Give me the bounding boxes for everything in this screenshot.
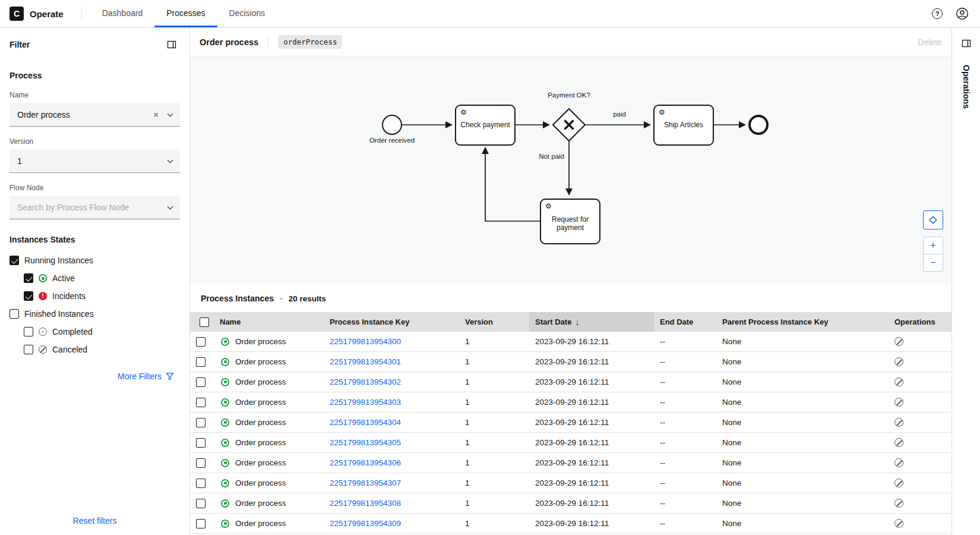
instances-table-header: Name Process Instance Key Version Start … [190,312,951,332]
reset-diagram-view-button[interactable] [923,210,943,229]
bpmn-diagram-canvas[interactable]: Order received ⚙ Check payment Payment O… [190,56,951,285]
process-version-dropdown[interactable]: 1 [10,149,180,173]
more-filters-button[interactable]: More Filters [118,372,174,381]
instance-version: 1 [459,479,529,487]
table-row: Order process 2251799813954301 1 2023-09… [190,352,951,372]
instance-key-link[interactable]: 2251799813954300 [330,337,401,346]
checkbox[interactable] [24,327,33,336]
tab-decisions[interactable]: Decisions [217,0,277,27]
header-separator [268,36,268,49]
process-version-value: 1 [17,156,22,166]
cancel-operation-icon[interactable] [894,357,903,366]
row-checkbox[interactable] [196,377,206,387]
cancel-operation-icon[interactable] [894,377,903,386]
delete-button[interactable]: Delete [918,37,942,47]
instance-parent-key: None [716,479,884,487]
instance-key-link[interactable]: 2251799813954301 [330,357,401,366]
checkbox[interactable] [24,345,33,354]
task-request-for-payment[interactable]: ⚙ Request for payment [540,199,600,244]
checkbox[interactable] [10,309,19,319]
tab-dashboard[interactable]: Dashboard [90,0,155,27]
instance-parent-key: None [716,519,884,528]
reset-view-icon [928,215,938,225]
instance-key-link[interactable]: 2251799813954306 [330,458,401,467]
instance-key-link[interactable]: 2251799813954302 [330,377,401,386]
user-menu-button[interactable] [954,5,970,22]
instance-version: 1 [459,458,529,467]
row-checkbox[interactable] [196,357,206,367]
column-header-end-date[interactable]: End Date [654,312,716,332]
column-header-start-date[interactable]: Start Date ↓ [529,312,654,332]
checkbox[interactable] [24,291,33,301]
zoom-out-button[interactable]: − [923,254,943,272]
table-row: Order process 2251799813954309 1 2023-09… [190,514,951,534]
clear-selection-icon[interactable]: × [153,110,159,119]
filter-state-row[interactable]: Finished Instances [10,305,180,323]
reset-filters-button[interactable]: Reset filters [73,516,117,525]
operations-panel: Operations [951,28,980,535]
cancel-operation-icon[interactable] [894,519,903,528]
instance-key-link[interactable]: 2251799813954305 [330,438,401,447]
cancel-operation-icon[interactable] [894,438,903,447]
end-event[interactable] [750,116,767,134]
flow-node-dropdown[interactable]: Search by Process Flow Node [10,196,180,219]
instance-parent-key: None [716,438,884,447]
app-brand[interactable]: C Operate [0,7,73,21]
row-checkbox[interactable] [196,519,206,528]
gateway-payment-ok[interactable]: Payment OK? [548,92,590,141]
filter-state-row[interactable]: Active [10,269,180,287]
process-name-dropdown[interactable]: Order process × [10,103,180,127]
checkbox[interactable] [24,273,33,283]
active-state-icon [221,398,229,407]
row-checkbox[interactable] [196,458,206,468]
instance-key-link[interactable]: 2251799813954308 [330,499,401,508]
row-checkbox[interactable] [196,499,206,508]
cancel-operation-icon[interactable] [894,337,903,346]
cancel-operation-icon[interactable] [894,418,903,427]
instance-end-date: -- [654,357,716,366]
chevron-down-icon [167,111,173,117]
zoom-in-button[interactable]: + [923,237,943,254]
instance-key-link[interactable]: 2251799813954307 [330,479,401,487]
column-header-version[interactable]: Version [459,312,529,332]
state-label: Finished Instances [24,309,94,319]
cancel-operation-icon[interactable] [894,458,903,467]
expand-operations-panel-button[interactable] [958,35,975,52]
header-divider [81,7,82,21]
checkbox[interactable] [10,256,19,265]
task-check-payment[interactable]: ⚙ Check payment [456,105,515,145]
instance-parent-key: None [716,357,884,366]
select-all-checkbox[interactable] [200,317,209,327]
task-ship-articles[interactable]: ⚙ Ship Articles [654,105,713,145]
filter-panel: Filter Process Name Order process × Vers… [0,28,190,535]
service-task-gear-icon: ⚙ [460,108,467,117]
instances-states-list: Running Instances Active Incidents Finis… [10,251,180,358]
task-label: Check payment [460,121,510,129]
gateway-label: Payment OK? [548,92,590,99]
filter-state-row[interactable]: Running Instances [10,251,180,269]
filter-state-row[interactable]: Completed [10,323,180,341]
row-checkbox[interactable] [196,438,206,448]
cancel-operation-icon[interactable] [894,479,903,487]
row-checkbox[interactable] [196,418,206,427]
row-checkbox[interactable] [196,337,206,347]
row-checkbox[interactable] [196,398,206,407]
start-event-order-received[interactable]: Order received [369,115,415,144]
help-button[interactable]: ? [929,5,946,22]
row-checkbox[interactable] [196,479,206,488]
tab-processes[interactable]: Processes [154,0,217,27]
cancel-operation-icon[interactable] [894,499,903,508]
help-icon: ? [932,8,943,19]
instance-key-link[interactable]: 2251799813954309 [330,519,401,528]
column-header-name[interactable]: Name [214,312,324,332]
more-filters-label: More Filters [118,372,162,381]
collapse-filter-panel-button[interactable] [163,36,180,53]
column-header-key[interactable]: Process Instance Key [324,312,459,332]
user-avatar-icon [956,7,969,20]
instance-key-link[interactable]: 2251799813954303 [330,398,401,407]
cancel-operation-icon[interactable] [894,398,903,407]
instance-start-date: 2023-09-29 16:12:11 [529,499,654,508]
instance-key-link[interactable]: 2251799813954304 [330,418,401,427]
filter-state-row[interactable]: Incidents [10,287,180,305]
filter-state-row[interactable]: Canceled [10,341,180,358]
